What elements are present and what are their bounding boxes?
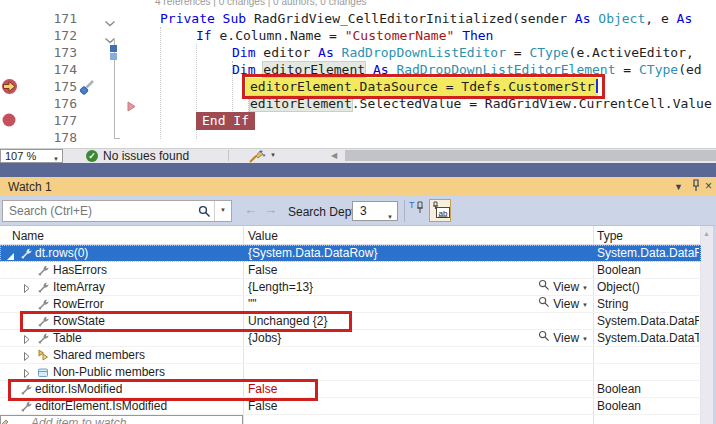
close-icon[interactable]: ×	[705, 179, 712, 193]
watch-row[interactable]: HasErrorsFalseBoolean	[0, 262, 701, 279]
watch-value[interactable]: False	[248, 381, 518, 398]
scroll-up-arrow[interactable]: ▲	[703, 230, 710, 237]
watch-type: System.Data.DataT...	[597, 330, 699, 347]
pencil-icon	[0, 416, 8, 424]
text-caret	[596, 79, 598, 93]
breakpoint-icon[interactable]	[2, 113, 16, 131]
screwdriver-icon	[79, 79, 95, 99]
show-pinnable-properties-toggle[interactable]: ab	[429, 199, 451, 222]
code-token: As	[677, 11, 693, 26]
watch-type: System.Data.DataR...	[597, 245, 699, 262]
chevron-down-icon[interactable]: ▼	[582, 279, 588, 297]
code-token: "CustomerName"	[345, 28, 455, 43]
watch-value[interactable]: False	[248, 262, 518, 279]
code-token: Dim	[232, 62, 263, 77]
editor-zoom-select[interactable]: 107 % ▼	[0, 149, 63, 163]
watch-row[interactable]: editorElement.IsModifiedFalseBoolean	[0, 398, 701, 415]
code-token: =	[506, 45, 529, 60]
codelens-info[interactable]: 4 references | 0 changes | 0 authors, 0 …	[155, 0, 366, 7]
hscroll-left-arrow[interactable]: ◀	[331, 151, 337, 160]
chevron-down-icon: ▼	[387, 208, 393, 226]
watch-titlebar[interactable]: Watch 1 ▼ ×	[0, 177, 716, 196]
code-token: As	[318, 45, 341, 60]
line-number: 173	[24, 44, 77, 61]
line-number: 175	[24, 78, 77, 95]
code-line[interactable]: editorElement.SelectedValue = RadGridVie…	[250, 95, 712, 112]
watch-name: Table	[53, 330, 82, 347]
watch-row[interactable]: ItemArray{Length=13}View▼Object()	[0, 279, 701, 296]
watch-value[interactable]: ""	[248, 296, 518, 313]
watch-row[interactable]: Non-Public members	[0, 364, 701, 381]
watch-value[interactable]: False	[248, 398, 518, 415]
view-link-label: View	[553, 296, 579, 313]
search-depth-value: 3	[360, 204, 367, 218]
search-back-arrow[interactable]: ←	[244, 202, 257, 217]
code-analysis-status[interactable]: No issues found	[103, 150, 189, 163]
collapse-chevron-icon[interactable]	[104, 14, 116, 32]
line-number: 176	[24, 95, 77, 112]
search-dropdown-icon[interactable]: ▼	[220, 207, 226, 213]
watch-value[interactable]: {System.Data.DataRow}	[248, 245, 518, 262]
view-link[interactable]: View▼	[520, 296, 588, 313]
watch-title: Watch 1	[8, 180, 52, 194]
code-token: Then	[462, 28, 493, 43]
search-divider	[214, 201, 215, 221]
code-line[interactable]: If e.Column.Name = "CustomerName" Then	[196, 27, 493, 44]
watch-value[interactable]: Unchanged {2}	[248, 313, 518, 330]
code-token: editor	[263, 45, 318, 60]
watch-row[interactable]: Table{Jobs}View▼System.Data.DataT...	[0, 330, 701, 347]
hscroll-thumb[interactable]	[345, 150, 716, 161]
column-header-name[interactable]: Name	[12, 229, 44, 243]
search-icon	[198, 204, 211, 222]
outline-guide-tick	[114, 138, 120, 139]
code-token: (ed	[678, 62, 701, 77]
window-position-icon[interactable]: ▼	[674, 182, 683, 192]
code-token: As	[373, 62, 396, 77]
search-depth-select[interactable]: 3 ▼	[352, 201, 398, 221]
chevron-down-icon[interactable]: ▼	[582, 330, 588, 348]
pin-to-source-button[interactable]: T	[408, 199, 430, 222]
code-line[interactable]: End If	[196, 112, 255, 129]
code-token	[365, 62, 373, 77]
code-line[interactable]: Dim editorElement As RadDropDownListEdit…	[232, 61, 702, 78]
view-link[interactable]: View▼	[520, 330, 588, 347]
watch-row[interactable]: dt.rows(0){System.Data.DataRow}System.Da…	[0, 245, 701, 262]
view-link[interactable]: View▼	[520, 279, 588, 296]
watch-row[interactable]: editor.IsModifiedFalseBoolean	[0, 381, 701, 398]
view-link-label: View	[553, 279, 579, 296]
watch-type: Boolean	[597, 262, 699, 279]
execution-pointer-icon[interactable]	[1, 78, 18, 99]
code-token: editorElement	[250, 96, 352, 111]
column-header-type[interactable]: Type	[597, 229, 623, 243]
code-token: RadGridView_CellEditorInitialized(sender	[254, 11, 575, 26]
watch-scrollbar[interactable]: ▲	[701, 226, 713, 424]
svg-text:ab: ab	[439, 209, 448, 218]
code-line[interactable]: Private Sub RadGridView_CellEditorInitia…	[160, 10, 692, 27]
watch-row[interactable]: Shared members	[0, 347, 701, 364]
view-link-label: View	[553, 330, 579, 347]
watch-name: editorElement.IsModified	[35, 398, 167, 415]
watch-value[interactable]: {Jobs}	[248, 330, 518, 347]
watch-row[interactable]: RowStateUnchanged {2}System.Data.DataR..…	[0, 313, 701, 330]
code-cleanup-icon[interactable]	[248, 148, 266, 168]
column-header-value[interactable]: Value	[248, 229, 278, 243]
editor-zoom-value: 107 %	[5, 150, 36, 162]
code-cleanup-dropdown[interactable]: ▼	[270, 152, 276, 158]
window-separator	[0, 163, 716, 177]
change-tracking-bar	[110, 45, 118, 64]
code-token: Private Sub	[160, 11, 254, 26]
code-line[interactable]: Dim editor As RadDropDownListEditor = CT…	[232, 44, 694, 61]
pin-icon[interactable]	[690, 179, 702, 195]
watch-value[interactable]: {Length=13}	[248, 279, 518, 296]
no-issues-icon: ✓	[86, 150, 98, 162]
search-forward-arrow[interactable]: →	[264, 202, 277, 217]
drag-indicator-icon	[127, 98, 136, 116]
chevron-down-icon[interactable]: ▼	[582, 296, 588, 314]
code-line[interactable]: editorElement.DataSource = Tdefs.Custome…	[250, 78, 594, 95]
code-editor[interactable]: 4 references | 0 changes | 0 authors, 0 …	[0, 0, 716, 148]
code-token: End If	[196, 112, 255, 130]
code-token: RadDropDownListEditorElement	[396, 62, 615, 77]
watch-row[interactable]: RowError""View▼String	[0, 296, 701, 313]
magnifier-icon	[538, 330, 550, 347]
add-watch-item-row[interactable]: Add item to watch	[0, 415, 243, 424]
